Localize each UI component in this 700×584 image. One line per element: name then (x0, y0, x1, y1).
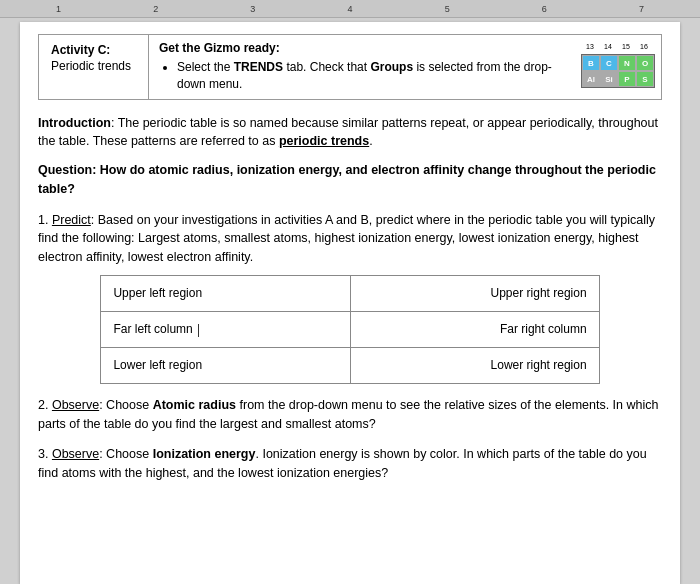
pt-num: 16 (635, 43, 653, 50)
pt-num: 13 (581, 43, 599, 50)
instructions-header: Get the Gizmo ready: (159, 41, 565, 55)
far-left-cell: Far left column (101, 311, 350, 347)
item-3-number: 3. (38, 447, 52, 461)
activity-label: Activity C: Periodic trends (39, 35, 149, 99)
item-1-label: Predict (52, 213, 91, 227)
item-3-bold: Ionization energy (153, 447, 256, 461)
far-right-cell: Far right column (350, 311, 599, 347)
ruler-mark: 3 (250, 4, 255, 14)
question-bold-label: Question: How do atomic radius, ionizati… (38, 163, 656, 196)
pt-cell-al: Al (582, 71, 600, 87)
numbered-item-2: 2. Observe: Choose Atomic radius from th… (38, 396, 662, 434)
table-row: Upper left region Upper right region (101, 275, 599, 311)
pt-cell-si: Si (600, 71, 618, 87)
activity-subtitle: Periodic trends (51, 59, 136, 73)
item-2-text: : Choose (99, 398, 153, 412)
ruler-mark: 1 (56, 4, 61, 14)
upper-left-cell: Upper left region (101, 275, 350, 311)
ruler: 1 2 3 4 5 6 7 (0, 0, 700, 18)
numbered-item-3: 3. Observe: Choose Ionization energy. Io… (38, 445, 662, 483)
pt-cell-s: S (636, 71, 654, 87)
ruler-mark: 2 (153, 4, 158, 14)
intro-term: periodic trends (279, 134, 369, 148)
ruler-mark: 5 (445, 4, 450, 14)
pt-num: 14 (599, 43, 617, 50)
pt-cell-o: O (636, 55, 654, 71)
page-content: Activity C: Periodic trends Get the Gizm… (20, 22, 680, 584)
pt-cell-b: B (582, 55, 600, 71)
region-table: Upper left region Upper right region Far… (100, 275, 599, 384)
item-1-text: : Based on your investigations in activi… (38, 213, 655, 265)
intro-end: . (369, 134, 372, 148)
lower-left-cell: Lower left region (101, 347, 350, 383)
pt-cell-c: C (600, 55, 618, 71)
item-3-label: Observe (52, 447, 99, 461)
cursor (198, 324, 199, 337)
ruler-mark: 7 (639, 4, 644, 14)
item-2-bold: Atomic radius (153, 398, 236, 412)
pt-cell-n: N (618, 55, 636, 71)
activity-header: Activity C: Periodic trends Get the Gizm… (38, 34, 662, 100)
table-row: Far left column Far right column (101, 311, 599, 347)
activity-right: 13 14 15 16 B C N O Al Si P S (575, 35, 661, 99)
lower-right-cell: Lower right region (350, 347, 599, 383)
intro-bold-label: Introduction (38, 116, 111, 130)
instructions-list: Select the TRENDS tab. Check that Groups… (177, 59, 565, 93)
item-2-number: 2. (38, 398, 52, 412)
question-section: Question: How do atomic radius, ionizati… (38, 161, 662, 199)
numbered-item-1: 1. Predict: Based on your investigations… (38, 211, 662, 384)
periodic-mini: B C N O Al Si P S (581, 54, 655, 88)
table-row: Lower left region Lower right region (101, 347, 599, 383)
activity-instructions: Get the Gizmo ready: Select the TRENDS t… (149, 35, 575, 99)
periodic-numbers: 13 14 15 16 (581, 43, 655, 50)
pt-cell-p: P (618, 71, 636, 87)
item-2-label: Observe (52, 398, 99, 412)
ruler-mark: 6 (542, 4, 547, 14)
introduction-section: Introduction: The periodic table is so n… (38, 114, 662, 152)
upper-right-cell: Upper right region (350, 275, 599, 311)
item-3-text: : Choose (99, 447, 153, 461)
pt-num: 15 (617, 43, 635, 50)
activity-title: Activity C: (51, 43, 136, 57)
ruler-mark: 4 (347, 4, 352, 14)
item-1-number: 1. (38, 213, 52, 227)
ruler-marks: 1 2 3 4 5 6 7 (0, 4, 700, 14)
instruction-item: Select the TRENDS tab. Check that Groups… (177, 59, 565, 93)
